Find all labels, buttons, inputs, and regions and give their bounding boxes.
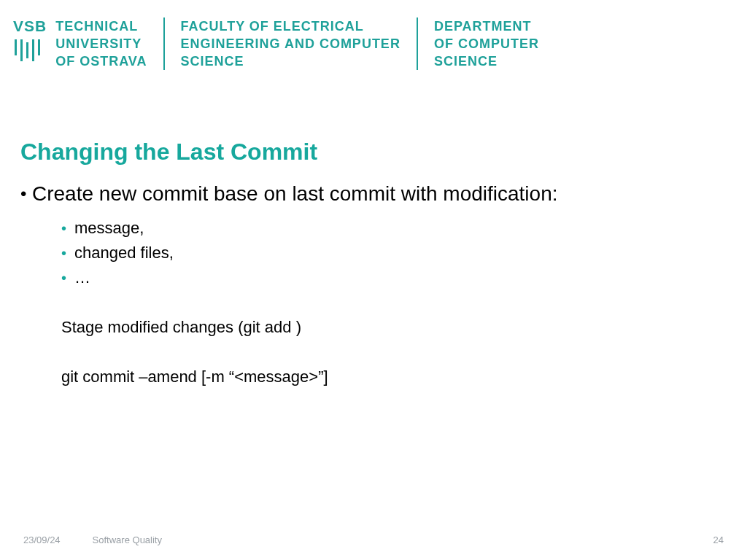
faculty-name: FACULTY OF ELECTRICAL ENGINEERING AND CO… xyxy=(163,18,417,70)
institution-header: VSB TECHNICAL UNIVERSITY OF OSTRAVA FACU… xyxy=(13,18,555,70)
vsb-bars-icon xyxy=(15,39,47,61)
vsb-text: VSB xyxy=(13,18,47,35)
department-name: DEPARTMENT OF COMPUTER SCIENCE xyxy=(417,18,555,70)
slide-title: Changing the Last Commit xyxy=(20,139,317,166)
slide-footer: 23/09/24 Software Quality 24 xyxy=(0,534,747,545)
body-line: git commit –amend [-m “<message>”] xyxy=(61,365,718,389)
sub-bullet: message, xyxy=(61,216,718,241)
footer-page-number: 24 xyxy=(713,534,724,545)
vsb-mark: VSB xyxy=(13,18,47,61)
logo-vsb-university: VSB TECHNICAL UNIVERSITY OF OSTRAVA xyxy=(13,18,163,70)
sub-bullet: … xyxy=(61,265,718,290)
sub-bullet: changed files, xyxy=(61,241,718,265)
university-name: TECHNICAL UNIVERSITY OF OSTRAVA xyxy=(55,18,147,70)
sub-bullet-list: message, changed files, … xyxy=(61,216,718,290)
footer-date: 23/09/24 xyxy=(23,534,61,545)
slide-body: Create new commit base on last commit wi… xyxy=(20,182,718,389)
body-line: Stage modified changes (git add ) xyxy=(61,315,718,340)
footer-course: Software Quality xyxy=(93,534,162,545)
main-bullet: Create new commit base on last commit wi… xyxy=(20,182,718,206)
